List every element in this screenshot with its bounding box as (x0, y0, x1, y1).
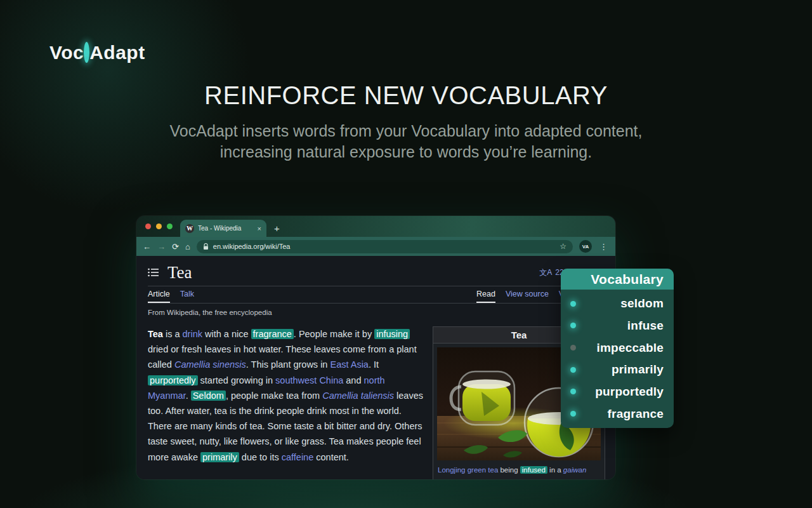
wiki-link[interactable]: Camellia taliensis (322, 391, 394, 401)
wiki-tab-view-source[interactable]: View source (506, 290, 549, 303)
wiki-nav-tabs: ArticleTalk ReadView sourceView history (148, 286, 605, 303)
browser-toolbar: ← → ⟳ ⌂ en.wikipedia.org/wiki/Tea ☆ VA ⋮ (136, 237, 615, 256)
page-title: REINFORCE NEW VOCABULARY (0, 81, 812, 110)
wiki-header: Tea 文A 229 languages (148, 262, 605, 283)
vocab-word: seldom (620, 297, 664, 311)
vocab-dot (570, 411, 576, 417)
text-segment: , people make tea from (226, 391, 322, 401)
tab-title: Tea - Wikipedia (198, 225, 254, 232)
vocab-item[interactable]: seldom (561, 297, 674, 311)
subtitle-line-2: increasing natural exposure to words you… (0, 142, 812, 163)
vocab-word: infuse (627, 319, 664, 333)
text-segment: with a nice (202, 329, 251, 339)
wiki-link[interactable]: gaiwan (563, 466, 586, 474)
wiki-tab-read[interactable]: Read (476, 290, 495, 303)
vocabulary-panel-title: Vocabulary (561, 269, 674, 290)
close-window-button[interactable] (145, 224, 151, 229)
article-paragraph: Tea is a drink with a nice fragrance. Pe… (148, 326, 424, 465)
vocab-word: purportedly (595, 385, 664, 399)
bookmark-star-icon[interactable]: ☆ (560, 242, 566, 251)
vocab-dot (570, 345, 576, 351)
wiki-tagline: From Wikipedia, the free encyclopedia (148, 309, 605, 316)
text-segment: . (186, 391, 191, 401)
vocab-word-highlight: Seldom (191, 391, 226, 401)
browser-menu-icon[interactable]: ⋮ (598, 242, 609, 251)
vocab-item[interactable]: primarily (561, 363, 674, 377)
vocab-word-highlight: infusing (374, 329, 410, 339)
wiki-tab-article[interactable]: Article (148, 290, 170, 303)
vocab-word-highlight: infused (520, 466, 547, 474)
browser-tab-tea-wikipedia[interactable]: W Tea - Wikipedia × (180, 220, 266, 237)
vocab-dot (570, 389, 576, 394)
wiki-nav-left: ArticleTalk (148, 290, 194, 303)
tab-close-icon[interactable]: × (258, 225, 261, 232)
page-subtitle: VocAdapt inserts words from your Vocabul… (0, 121, 812, 163)
article-bold-term: Tea (148, 329, 163, 339)
vocab-word-highlight: purportedly (148, 375, 198, 385)
wiki-link[interactable]: southwest China (275, 375, 343, 385)
text-segment: and (343, 375, 363, 385)
subtitle-line-1: VocAdapt inserts words from your Vocabul… (0, 121, 812, 142)
text-segment: being (498, 466, 520, 474)
vocab-dot (570, 323, 576, 328)
text-segment: . This plant grows in (246, 359, 331, 370)
wiki-link[interactable]: caffeine (282, 452, 314, 462)
maximize-window-button[interactable] (167, 224, 173, 229)
vocab-word: primarily (612, 363, 664, 377)
vocab-item[interactable]: fragrance (561, 407, 674, 421)
lock-icon (203, 243, 209, 250)
vocadapt-extension-icon[interactable]: VA (579, 240, 592, 253)
vocadapt-logo: Voc.Adapt (49, 42, 145, 64)
logo-text-voc: Voc (49, 42, 84, 63)
vocabulary-panel: Vocabulary seldominfuseimpeccableprimari… (561, 269, 674, 428)
reload-icon[interactable]: ⟳ (172, 242, 179, 251)
vocab-word: fragrance (608, 407, 664, 421)
forward-icon[interactable]: → (157, 242, 166, 251)
address-bar[interactable]: en.wikipedia.org/wiki/Tea ☆ (197, 240, 573, 253)
wiki-link[interactable]: Camellia sinensis (174, 359, 246, 370)
text-segment: in a (547, 466, 563, 474)
back-icon[interactable]: ← (143, 242, 151, 251)
wikipedia-favicon: W (185, 224, 194, 233)
infobox-caption: Longjing green tea being infused in a ga… (433, 464, 605, 479)
wikipedia-page: Tea 文A 229 languages ArticleTalk ReadVie… (136, 256, 615, 479)
divider (148, 303, 605, 304)
vocab-word-highlight: fragrance (251, 329, 294, 339)
browser-tab-bar: W Tea - Wikipedia × + (136, 216, 615, 237)
vocadapt-marketing-page: { "page": { "logo": { "part1": "Voc", "d… (0, 0, 812, 508)
vocab-item[interactable]: purportedly (561, 385, 674, 399)
vocab-word-highlight: primarily (200, 452, 239, 462)
language-icon: 文A (539, 267, 552, 278)
url-text: en.wikipedia.org/wiki/Tea (213, 243, 555, 250)
vocab-item[interactable]: impeccable (561, 341, 674, 355)
minimize-window-button[interactable] (156, 224, 162, 229)
text-segment: due to its (239, 452, 282, 462)
wiki-link[interactable]: Longjing green tea (438, 466, 498, 474)
text-segment: is a (163, 329, 183, 339)
wiki-link[interactable]: East Asia (330, 359, 368, 370)
text-segment: . It (369, 359, 379, 370)
text-segment: started growing in (198, 375, 276, 385)
new-tab-button[interactable]: + (274, 223, 280, 237)
vocab-dot (570, 367, 576, 373)
home-icon[interactable]: ⌂ (185, 242, 190, 251)
vocabulary-list: seldominfuseimpeccableprimarilypurported… (561, 290, 674, 428)
logo-dot: . (84, 42, 89, 63)
article-title: Tea (167, 263, 192, 283)
logo-text-adapt: Adapt (89, 42, 145, 63)
vocab-word: impeccable (597, 341, 664, 355)
wiki-link[interactable]: drink (183, 329, 202, 339)
wiki-tab-talk[interactable]: Talk (180, 290, 194, 303)
contents-list-icon[interactable] (148, 268, 159, 277)
article-body: Tea is a drink with a nice fragrance. Pe… (148, 326, 605, 479)
browser-window: W Tea - Wikipedia × + ← → ⟳ ⌂ en.wikiped… (136, 216, 615, 479)
text-segment: content. (313, 452, 349, 462)
vocab-item[interactable]: infuse (561, 319, 674, 333)
window-controls (136, 216, 180, 237)
vocab-dot (570, 301, 576, 307)
text-segment: . People make it by (294, 329, 374, 339)
